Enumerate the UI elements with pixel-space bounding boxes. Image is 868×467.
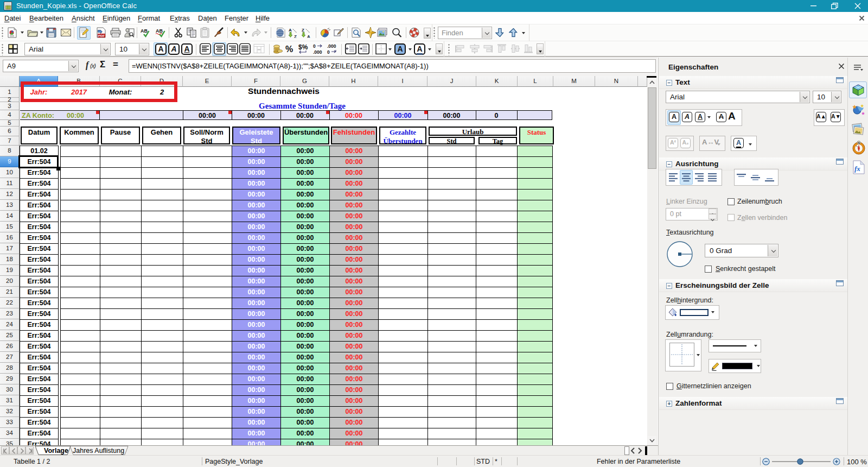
- svg-text:.000: .000: [327, 43, 336, 49]
- svg-text:$%: $%: [298, 43, 308, 51]
- svg-text:AB: AB: [141, 28, 148, 34]
- svg-text:fx: fx: [854, 165, 860, 173]
- svg-text:0: 0: [313, 43, 316, 49]
- svg-text:Z: Z: [302, 28, 304, 33]
- svg-text:Z: Z: [294, 34, 297, 38]
- svg-text:.000: .000: [313, 49, 322, 54]
- svg-text:%: %: [285, 45, 293, 53]
- svg-text:A: A: [289, 28, 292, 33]
- svg-text:Vorlage: Vorlage: [44, 447, 68, 455]
- svg-text:A: A: [307, 34, 310, 38]
- svg-text:PDF: PDF: [98, 34, 105, 37]
- svg-text:Jahres Auflistung: Jahres Auflistung: [73, 447, 124, 455]
- svg-text:N: N: [858, 141, 860, 144]
- svg-text:0: 0: [327, 49, 330, 54]
- svg-text:AB: AB: [156, 28, 163, 34]
